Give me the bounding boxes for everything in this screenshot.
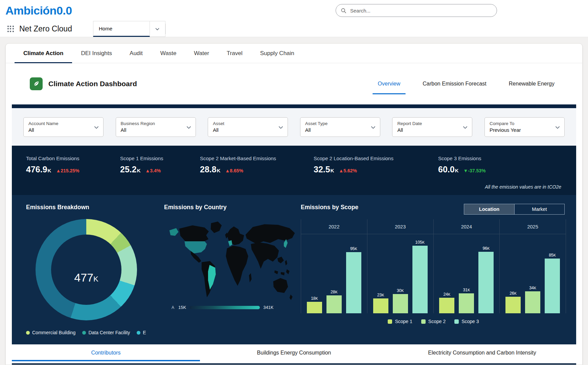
bottom-tab-buildings-energy-consumption[interactable]: Buildings Energy Consumption: [200, 344, 388, 361]
bar-value-label: 26K: [510, 291, 517, 296]
highlight-brazil: [208, 265, 216, 290]
filter-business-region[interactable]: Business RegionAll: [116, 117, 196, 137]
bar-rect: [326, 295, 342, 313]
year-column-2024: 202424K31K96K: [434, 219, 500, 313]
kpi-suffix: K: [331, 168, 334, 173]
unit-k: K: [534, 286, 536, 290]
region-philippines: [285, 260, 287, 265]
emissions-by-scope-panel: Emissions by Scope LocationMarket 202218…: [301, 204, 566, 344]
legend-item-commercial-building[interactable]: Commercial Building: [26, 330, 75, 335]
year-label-2024: 2024: [434, 219, 500, 234]
view-overview[interactable]: Overview: [377, 76, 402, 92]
unit-k: K: [422, 240, 425, 244]
kpi-scope-2-location-based-emissions: Scope 2 Location-Based Emissions32.5K▲5.…: [314, 155, 438, 174]
filter-asset[interactable]: AssetAll: [208, 117, 288, 137]
tab-travel[interactable]: Travel: [218, 44, 251, 63]
region-south-asia: [251, 242, 279, 269]
kpi-label: Scope 1 Emissions: [120, 155, 200, 161]
filter-label: Business Region: [121, 121, 184, 126]
bottom-tab-electricity-consumption-and-carbon-intensity[interactable]: Electricity Consumption and Carbon Inten…: [388, 344, 576, 361]
bar-scope-3-2025: 85K: [545, 253, 560, 313]
home-tab-dropdown-button[interactable]: [150, 21, 165, 37]
kpi-scope-1-emissions: Scope 1 Emissions25.2K▲3.4%: [120, 155, 200, 174]
kpi-suffix: K: [137, 168, 141, 173]
kpi-delta: ▲5.62%: [339, 168, 357, 173]
highlight-united-states: [184, 241, 207, 253]
bar-value-label: 30K: [397, 288, 404, 293]
kpi-scope-2-market-based-emissions: Scope 2 Market-Based Emissions28.8K▲8.65…: [200, 155, 314, 174]
search-input[interactable]: [349, 7, 492, 14]
bar-rect: [346, 252, 361, 313]
kpi-suffix: K: [455, 168, 459, 173]
legend-item-scope-1[interactable]: Scope 1: [388, 319, 412, 324]
app-name: Net Zero Cloud: [19, 24, 72, 33]
global-search[interactable]: [336, 4, 497, 17]
kpi-suffix: K: [48, 168, 51, 173]
bar-scope-2-2025: 34K: [525, 286, 540, 313]
unit-k: K: [402, 289, 404, 293]
bar-value-label: 105K: [415, 240, 425, 245]
kpi-label: Scope 2 Market-Based Emissions: [200, 155, 314, 161]
bar-value-label: 85K: [549, 253, 556, 258]
legend-item-e[interactable]: E: [137, 330, 146, 335]
toggle-market[interactable]: Market: [514, 204, 564, 214]
legend-dot: [26, 331, 30, 335]
filter-value: Previous Year: [490, 127, 553, 133]
tab-supply-chain[interactable]: Supply Chain: [251, 44, 303, 63]
bar-rect: [439, 298, 454, 313]
year-column-2023: 202323K30K105K: [367, 219, 434, 313]
unit-k: K: [355, 247, 357, 251]
app-launcher-icon[interactable]: [7, 26, 14, 32]
legend-item-data-center-facility[interactable]: Data Center Facility: [82, 330, 130, 335]
emissions-by-country-panel: Emissions by Country: [164, 204, 301, 344]
tab-dei-insights[interactable]: DEI Insights: [72, 44, 121, 63]
top-header: Ambición0.0: [0, 0, 588, 21]
unit-k: K: [448, 292, 450, 296]
view-carbon-emission-forecast[interactable]: Carbon Emission Forecast: [421, 76, 488, 92]
emissions-by-scope-header: Emissions by Scope LocationMarket: [301, 204, 566, 215]
legend-item-scope-3[interactable]: Scope 3: [454, 319, 479, 324]
kpi-row: Total Carbon Emissions476.9K▲215.25%Scop…: [12, 146, 576, 184]
filter-label: Report Date: [397, 121, 460, 126]
view-renewable-energy[interactable]: Renewable Energy: [507, 76, 556, 92]
region-indonesia-1: [274, 270, 278, 274]
legend-label: Scope 2: [428, 319, 446, 324]
region-africa: [226, 246, 248, 286]
toggle-location[interactable]: Location: [464, 204, 514, 214]
donut-center-total: 477K: [74, 271, 98, 284]
region-australia: [273, 278, 288, 293]
region-indonesia-3: [286, 269, 290, 274]
map-color-scale: A 15K 341K: [164, 305, 301, 310]
kpi-scope-3-emissions: Scope 3 Emissions60.0K▼-37.53%: [438, 155, 576, 174]
main-tabs: Climate ActionDEI InsightsAuditWasteWate…: [6, 44, 582, 63]
tab-water[interactable]: Water: [185, 44, 218, 63]
tab-climate-action[interactable]: Climate Action: [15, 44, 72, 63]
filter-report-date[interactable]: Report DateAll: [392, 117, 472, 137]
bottom-tab-contributors[interactable]: Contributors: [12, 344, 200, 361]
unit-k: K: [335, 290, 338, 294]
bar-value-label: 31K: [463, 288, 470, 292]
unit-k: K: [382, 293, 384, 297]
tab-home[interactable]: Home: [93, 21, 150, 37]
bar-rect: [505, 297, 521, 313]
legend-item-scope-2[interactable]: Scope 2: [421, 319, 446, 324]
tab-waste[interactable]: Waste: [152, 44, 185, 63]
filter-value: All: [397, 127, 460, 133]
dashboard-card: Climate ActionDEI InsightsAuditWasteWate…: [5, 43, 583, 365]
region-north-asia: [246, 224, 295, 244]
filter-asset-type[interactable]: Asset TypeAll: [300, 117, 380, 137]
filter-compare-to[interactable]: Compare ToPrevious Year: [484, 117, 565, 137]
chevron-down-icon: [555, 124, 561, 130]
legend-swatch: [421, 319, 426, 324]
donut-legend: Commercial BuildingData Center FacilityE: [26, 330, 164, 335]
filter-value: All: [213, 127, 276, 133]
unit-k: K: [487, 246, 490, 250]
emissions-by-scope-title: Emissions by Scope: [301, 204, 358, 211]
bar-value-label: 23K: [377, 293, 384, 297]
filter-account-name[interactable]: Account NameAll: [23, 117, 104, 137]
bar-rect: [459, 293, 474, 313]
emissions-by-country-title: Emissions by Country: [164, 204, 301, 211]
scale-gradient-bar: [189, 306, 260, 309]
tab-audit[interactable]: Audit: [121, 44, 152, 63]
unit-k: K: [514, 291, 517, 295]
